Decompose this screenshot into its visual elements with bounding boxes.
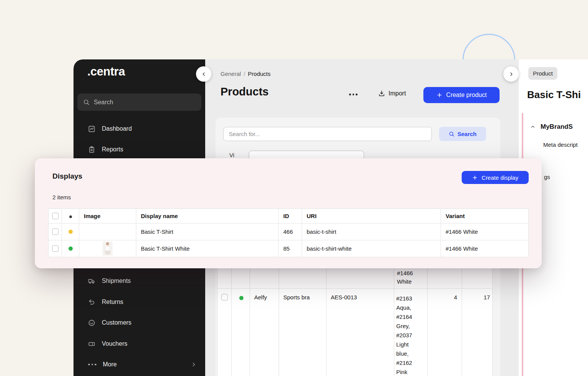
column-header-id: ID: [279, 209, 302, 223]
status-dot-green: [69, 246, 73, 251]
status-dot-yellow: [69, 230, 73, 234]
customers-icon: [88, 319, 95, 327]
sidebar-item-label: Customers: [102, 319, 131, 326]
table-gridline: [231, 268, 232, 376]
chevron-up-icon: [530, 124, 536, 130]
plus-icon: [472, 175, 478, 181]
more-actions-button[interactable]: [349, 94, 358, 95]
table-gridline: [279, 268, 279, 376]
create-display-button[interactable]: Create display: [462, 171, 529, 184]
shipments-icon: [88, 277, 95, 285]
products-table: #1466 White Aelfy Sports bra AES-0013 #2…: [217, 268, 493, 376]
variant-cell: #1466 White: [441, 223, 529, 240]
table-header-row: Image Display name ID URI Variant: [49, 209, 529, 223]
chevron-right-icon: [191, 361, 197, 368]
sidebar-search-label: Search: [94, 99, 113, 106]
table-row[interactable]: Basic T-Shirt 466 basic-t-shirt #1466 Wh…: [49, 223, 529, 240]
meta-description-label: Meta descript: [543, 141, 578, 148]
column-header-display-name: Display name: [136, 209, 279, 223]
column-header-uri: URI: [302, 209, 441, 223]
table-gridline: [394, 268, 394, 376]
variants-cell: #2163 Aqua, #2164 Grey, #2037 Light blue…: [396, 294, 420, 376]
variant-cell: #1466 White: [441, 240, 529, 257]
table-row[interactable]: Basic T-Shirt White 85 basic-t-shirt-whi…: [49, 240, 529, 257]
page-title: Products: [220, 85, 269, 98]
product-name-cell: Sports bra: [283, 294, 310, 300]
sidebar-item-reports[interactable]: Reports: [88, 142, 195, 157]
sidebar-search[interactable]: Search: [77, 94, 201, 111]
returns-icon: [88, 299, 95, 306]
displays-title: Displays: [52, 172, 82, 181]
ellipsis-icon: [88, 364, 96, 366]
import-button[interactable]: Import: [378, 90, 406, 97]
sidebar-item-label: Vouchers: [102, 340, 127, 347]
reports-icon: [88, 146, 95, 153]
search-button[interactable]: Search: [439, 127, 486, 141]
display-name-cell: Basic T-Shirt White: [136, 240, 279, 257]
displays-table: Image Display name ID URI Variant Basic …: [48, 209, 529, 257]
table-gridline: [326, 268, 327, 376]
row-checkbox[interactable]: [221, 294, 228, 300]
table-row-divider: [217, 288, 492, 289]
search-button-label: Search: [457, 131, 477, 137]
sidebar-item-returns[interactable]: Returns: [88, 294, 195, 310]
sidebar-item-more[interactable]: More: [88, 357, 195, 372]
sidebar-item-label: Dashboard: [102, 125, 132, 132]
store-section-header[interactable]: MyBrandS: [530, 123, 573, 131]
uri-cell: basic-t-shirt: [302, 223, 441, 240]
stock-cell: 4: [427, 294, 457, 300]
row-checkbox[interactable]: [52, 245, 59, 252]
vouchers-icon: [88, 340, 95, 348]
breadcrumb: General / Products: [220, 71, 271, 77]
plus-icon: [436, 92, 443, 98]
panel-text-partial: gs: [544, 174, 550, 180]
product-title: Basic T-Shi: [527, 89, 581, 101]
breadcrumb-parent[interactable]: General: [220, 71, 241, 77]
chevron-left-icon: [201, 71, 207, 77]
stock-cell: 17: [465, 294, 490, 300]
collapse-sidebar-button[interactable]: [196, 66, 211, 82]
select-all-checkbox[interactable]: [52, 213, 59, 219]
breadcrumb-current: Products: [248, 71, 271, 77]
table-gridline: [250, 268, 250, 376]
create-product-button[interactable]: Create product: [423, 87, 500, 103]
sidebar-item-vouchers[interactable]: Vouchers: [88, 336, 195, 351]
import-label: Import: [389, 90, 406, 97]
variant-cell-partial: #1466 White: [397, 269, 421, 286]
search-icon: [449, 131, 454, 137]
ellipsis-icon: [349, 94, 358, 95]
id-cell: 466: [279, 223, 302, 240]
store-section-title: MyBrandS: [541, 123, 573, 131]
filter-label-partial: Vi: [229, 152, 234, 158]
brand-cell: Aelfy: [254, 294, 267, 300]
displays-overlay: Displays Create display 2 items Image Di…: [35, 158, 542, 268]
status-column-icon: [69, 215, 72, 218]
product-thumbnail: [103, 241, 113, 256]
search-input[interactable]: [223, 127, 432, 141]
display-name-cell: Basic T-Shirt: [136, 223, 279, 240]
sku-cell: AES-0013: [331, 294, 357, 300]
column-header-variant: Variant: [441, 209, 529, 223]
items-count: 2 items: [52, 194, 71, 200]
dashboard-icon: [88, 125, 95, 133]
chevron-right-icon: [508, 71, 514, 77]
sidebar-item-dashboard[interactable]: Dashboard: [88, 121, 195, 136]
sidebar-item-label: Returns: [102, 299, 123, 305]
id-cell: 85: [279, 240, 302, 257]
create-display-label: Create display: [482, 174, 518, 181]
column-header-image: Image: [79, 209, 136, 223]
centra-logo: .centra: [87, 65, 125, 79]
expand-panel-button[interactable]: [503, 66, 519, 82]
create-product-label: Create product: [446, 92, 487, 99]
sidebar-item-customers[interactable]: Customers: [88, 315, 195, 330]
image-cell: [79, 223, 136, 240]
search-icon: [83, 99, 90, 105]
sidebar-item-label: Reports: [102, 146, 123, 153]
sidebar-item-shipments[interactable]: Shipments: [88, 273, 195, 289]
import-icon: [378, 90, 385, 97]
table-gridline: [462, 268, 462, 376]
row-checkbox[interactable]: [52, 228, 59, 235]
breadcrumb-separator: /: [243, 71, 245, 77]
sidebar-item-label: More: [103, 361, 117, 368]
status-dot-green: [239, 296, 243, 300]
